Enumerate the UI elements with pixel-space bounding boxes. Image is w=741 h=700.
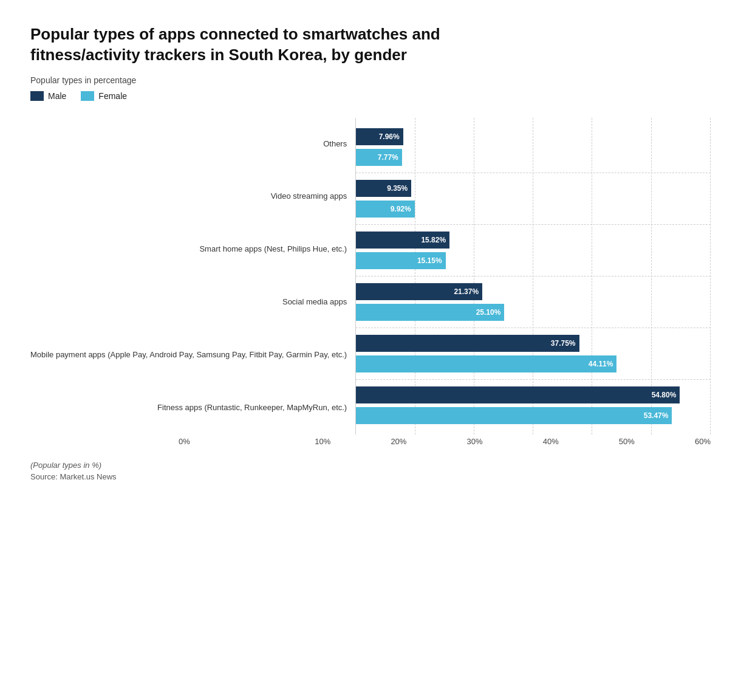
female-bar-5: 53.47%	[356, 407, 672, 424]
female-bar-row-0: 7.77%	[356, 149, 711, 166]
male-bar-row-4: 37.75%	[356, 335, 711, 352]
chart-subtitle: Popular types in percentage	[30, 75, 711, 85]
x-tick-3: 30%	[406, 437, 482, 446]
y-label-3: Social media apps	[30, 281, 347, 323]
female-bar-0: 7.77%	[356, 149, 402, 166]
female-bar-row-3: 25.10%	[356, 304, 711, 321]
y-label-1: Video streaming apps	[30, 176, 347, 218]
female-bar-1: 9.92%	[356, 201, 415, 218]
female-bar-label-1: 9.92%	[391, 205, 411, 213]
legend-female-box	[81, 91, 94, 101]
female-bar-label-2: 15.15%	[417, 256, 442, 265]
male-bar-label-3: 21.37%	[454, 287, 479, 296]
x-tick-2: 20%	[330, 437, 406, 446]
male-bar-row-2: 15.82%	[356, 232, 711, 249]
x-tick-0: 0%	[179, 437, 254, 446]
y-labels: OthersVideo streaming appsSmart home app…	[30, 118, 355, 434]
category-group-5: 54.80%53.47%	[356, 380, 711, 431]
legend: Male Female	[30, 91, 711, 101]
bars-container: 7.96%7.77%9.35%9.92%15.82%15.15%21.37%25…	[356, 118, 711, 434]
female-bar-label-4: 44.11%	[589, 360, 613, 368]
female-bar-3: 25.10%	[356, 304, 504, 321]
category-group-3: 21.37%25.10%	[356, 276, 711, 328]
category-group-2: 15.82%15.15%	[356, 225, 711, 276]
male-bar-4: 37.75%	[356, 335, 579, 352]
female-bar-label-3: 25.10%	[476, 308, 501, 317]
legend-female-label: Female	[98, 91, 127, 101]
female-bar-label-5: 53.47%	[644, 411, 669, 420]
x-axis: 0%10%20%30%40%50%60%	[170, 437, 711, 446]
female-bar-row-1: 9.92%	[356, 201, 711, 218]
male-bar-3: 21.37%	[356, 283, 482, 300]
male-bar-row-0: 7.96%	[356, 128, 711, 145]
male-bar-5: 54.80%	[356, 386, 680, 403]
male-bar-label-0: 7.96%	[379, 132, 400, 141]
footnote: (Popular types in %)	[30, 461, 711, 470]
legend-male: Male	[30, 91, 66, 101]
y-label-0: Others	[30, 123, 347, 165]
chart-inner: OthersVideo streaming appsSmart home app…	[30, 118, 711, 434]
x-tick-6: 60%	[635, 437, 711, 446]
male-bar-label-5: 54.80%	[652, 391, 677, 399]
category-group-1: 9.35%9.92%	[356, 173, 711, 225]
chart-title: Popular types of apps connected to smart…	[30, 24, 486, 66]
source: Source: Market.us News	[30, 472, 711, 481]
legend-male-label: Male	[48, 91, 66, 101]
female-bar-label-0: 7.77%	[378, 153, 398, 162]
female-bar-2: 15.15%	[356, 252, 445, 269]
category-group-0: 7.96%7.77%	[356, 122, 711, 173]
legend-male-box	[30, 91, 44, 101]
male-bar-label-2: 15.82%	[421, 236, 446, 244]
male-bar-row-3: 21.37%	[356, 283, 711, 300]
male-bar-1: 9.35%	[356, 180, 411, 197]
y-label-4: Mobile payment apps (Apple Pay, Android …	[30, 334, 347, 376]
chart-area: OthersVideo streaming appsSmart home app…	[30, 118, 711, 446]
female-bar-4: 44.11%	[356, 355, 616, 372]
y-label-5: Fitness apps (Runtastic, Runkeeper, MapM…	[30, 386, 347, 429]
male-bar-2: 15.82%	[356, 232, 449, 249]
legend-female: Female	[81, 91, 127, 101]
footnote-area: (Popular types in %) Source: Market.us N…	[30, 461, 711, 481]
male-bar-row-1: 9.35%	[356, 180, 711, 197]
category-group-4: 37.75%44.11%	[356, 328, 711, 380]
y-label-2: Smart home apps (Nest, Philips Hue, etc.…	[30, 228, 347, 271]
female-bar-row-5: 53.47%	[356, 407, 711, 424]
x-tick-5: 50%	[559, 437, 635, 446]
female-bar-row-2: 15.15%	[356, 252, 711, 269]
male-bar-label-1: 9.35%	[387, 184, 408, 193]
female-bar-row-4: 44.11%	[356, 355, 711, 372]
male-bar-row-5: 54.80%	[356, 386, 711, 403]
bars-section: 7.96%7.77%9.35%9.92%15.82%15.15%21.37%25…	[355, 118, 711, 434]
x-tick-1: 10%	[254, 437, 330, 446]
x-tick-4: 40%	[483, 437, 559, 446]
male-bar-0: 7.96%	[356, 128, 403, 145]
male-bar-label-4: 37.75%	[551, 339, 576, 348]
